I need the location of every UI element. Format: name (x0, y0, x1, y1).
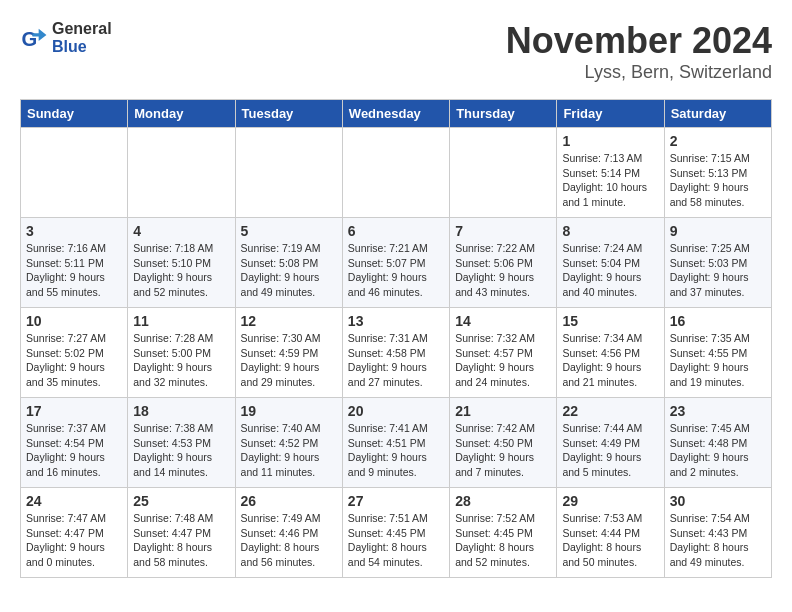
day-info: Sunrise: 7:13 AMSunset: 5:14 PMDaylight:… (562, 151, 658, 210)
calendar-header: SundayMondayTuesdayWednesdayThursdayFrid… (21, 100, 772, 128)
day-info: Sunrise: 7:51 AMSunset: 4:45 PMDaylight:… (348, 511, 444, 570)
calendar-day-cell (21, 128, 128, 218)
calendar-day-cell: 28Sunrise: 7:52 AMSunset: 4:45 PMDayligh… (450, 488, 557, 578)
calendar-day-cell: 30Sunrise: 7:54 AMSunset: 4:43 PMDayligh… (664, 488, 771, 578)
calendar-day-cell: 26Sunrise: 7:49 AMSunset: 4:46 PMDayligh… (235, 488, 342, 578)
day-info: Sunrise: 7:18 AMSunset: 5:10 PMDaylight:… (133, 241, 229, 300)
day-info: Sunrise: 7:27 AMSunset: 5:02 PMDaylight:… (26, 331, 122, 390)
day-info: Sunrise: 7:40 AMSunset: 4:52 PMDaylight:… (241, 421, 337, 480)
calendar-day-cell: 12Sunrise: 7:30 AMSunset: 4:59 PMDayligh… (235, 308, 342, 398)
weekday-header: Saturday (664, 100, 771, 128)
day-number: 5 (241, 223, 337, 239)
day-number: 15 (562, 313, 658, 329)
calendar-day-cell: 13Sunrise: 7:31 AMSunset: 4:58 PMDayligh… (342, 308, 449, 398)
calendar-day-cell: 24Sunrise: 7:47 AMSunset: 4:47 PMDayligh… (21, 488, 128, 578)
day-info: Sunrise: 7:42 AMSunset: 4:50 PMDaylight:… (455, 421, 551, 480)
calendar-body: 1Sunrise: 7:13 AMSunset: 5:14 PMDaylight… (21, 128, 772, 578)
title-block: November 2024 Lyss, Bern, Switzerland (506, 20, 772, 83)
day-info: Sunrise: 7:25 AMSunset: 5:03 PMDaylight:… (670, 241, 766, 300)
calendar-day-cell: 19Sunrise: 7:40 AMSunset: 4:52 PMDayligh… (235, 398, 342, 488)
day-info: Sunrise: 7:38 AMSunset: 4:53 PMDaylight:… (133, 421, 229, 480)
header-row: SundayMondayTuesdayWednesdayThursdayFrid… (21, 100, 772, 128)
day-number: 19 (241, 403, 337, 419)
calendar-week-row: 17Sunrise: 7:37 AMSunset: 4:54 PMDayligh… (21, 398, 772, 488)
day-info: Sunrise: 7:34 AMSunset: 4:56 PMDaylight:… (562, 331, 658, 390)
day-number: 1 (562, 133, 658, 149)
day-info: Sunrise: 7:35 AMSunset: 4:55 PMDaylight:… (670, 331, 766, 390)
day-number: 11 (133, 313, 229, 329)
calendar-day-cell: 27Sunrise: 7:51 AMSunset: 4:45 PMDayligh… (342, 488, 449, 578)
calendar-day-cell: 7Sunrise: 7:22 AMSunset: 5:06 PMDaylight… (450, 218, 557, 308)
calendar-week-row: 3Sunrise: 7:16 AMSunset: 5:11 PMDaylight… (21, 218, 772, 308)
calendar-day-cell (235, 128, 342, 218)
day-info: Sunrise: 7:37 AMSunset: 4:54 PMDaylight:… (26, 421, 122, 480)
day-number: 30 (670, 493, 766, 509)
day-number: 4 (133, 223, 229, 239)
day-number: 20 (348, 403, 444, 419)
day-number: 23 (670, 403, 766, 419)
day-number: 8 (562, 223, 658, 239)
day-info: Sunrise: 7:15 AMSunset: 5:13 PMDaylight:… (670, 151, 766, 210)
day-number: 24 (26, 493, 122, 509)
weekday-header: Sunday (21, 100, 128, 128)
day-info: Sunrise: 7:16 AMSunset: 5:11 PMDaylight:… (26, 241, 122, 300)
calendar-day-cell: 17Sunrise: 7:37 AMSunset: 4:54 PMDayligh… (21, 398, 128, 488)
calendar-day-cell: 2Sunrise: 7:15 AMSunset: 5:13 PMDaylight… (664, 128, 771, 218)
day-info: Sunrise: 7:54 AMSunset: 4:43 PMDaylight:… (670, 511, 766, 570)
calendar-day-cell: 14Sunrise: 7:32 AMSunset: 4:57 PMDayligh… (450, 308, 557, 398)
day-info: Sunrise: 7:22 AMSunset: 5:06 PMDaylight:… (455, 241, 551, 300)
day-number: 22 (562, 403, 658, 419)
logo-text: General Blue (52, 20, 112, 56)
calendar-day-cell: 20Sunrise: 7:41 AMSunset: 4:51 PMDayligh… (342, 398, 449, 488)
day-info: Sunrise: 7:19 AMSunset: 5:08 PMDaylight:… (241, 241, 337, 300)
day-number: 6 (348, 223, 444, 239)
day-number: 3 (26, 223, 122, 239)
location-title: Lyss, Bern, Switzerland (506, 62, 772, 83)
day-info: Sunrise: 7:45 AMSunset: 4:48 PMDaylight:… (670, 421, 766, 480)
calendar-day-cell: 9Sunrise: 7:25 AMSunset: 5:03 PMDaylight… (664, 218, 771, 308)
day-number: 25 (133, 493, 229, 509)
logo: G General Blue (20, 20, 112, 56)
calendar-week-row: 24Sunrise: 7:47 AMSunset: 4:47 PMDayligh… (21, 488, 772, 578)
calendar-day-cell: 25Sunrise: 7:48 AMSunset: 4:47 PMDayligh… (128, 488, 235, 578)
calendar-day-cell: 1Sunrise: 7:13 AMSunset: 5:14 PMDaylight… (557, 128, 664, 218)
day-info: Sunrise: 7:47 AMSunset: 4:47 PMDaylight:… (26, 511, 122, 570)
calendar-day-cell: 23Sunrise: 7:45 AMSunset: 4:48 PMDayligh… (664, 398, 771, 488)
day-number: 26 (241, 493, 337, 509)
day-number: 10 (26, 313, 122, 329)
day-info: Sunrise: 7:48 AMSunset: 4:47 PMDaylight:… (133, 511, 229, 570)
month-title: November 2024 (506, 20, 772, 62)
day-number: 13 (348, 313, 444, 329)
day-info: Sunrise: 7:32 AMSunset: 4:57 PMDaylight:… (455, 331, 551, 390)
day-number: 12 (241, 313, 337, 329)
day-info: Sunrise: 7:53 AMSunset: 4:44 PMDaylight:… (562, 511, 658, 570)
weekday-header: Wednesday (342, 100, 449, 128)
day-info: Sunrise: 7:28 AMSunset: 5:00 PMDaylight:… (133, 331, 229, 390)
weekday-header: Thursday (450, 100, 557, 128)
calendar-day-cell: 16Sunrise: 7:35 AMSunset: 4:55 PMDayligh… (664, 308, 771, 398)
calendar-day-cell (450, 128, 557, 218)
day-info: Sunrise: 7:44 AMSunset: 4:49 PMDaylight:… (562, 421, 658, 480)
day-info: Sunrise: 7:52 AMSunset: 4:45 PMDaylight:… (455, 511, 551, 570)
calendar-week-row: 10Sunrise: 7:27 AMSunset: 5:02 PMDayligh… (21, 308, 772, 398)
calendar-day-cell: 18Sunrise: 7:38 AMSunset: 4:53 PMDayligh… (128, 398, 235, 488)
calendar-day-cell: 15Sunrise: 7:34 AMSunset: 4:56 PMDayligh… (557, 308, 664, 398)
calendar-day-cell: 5Sunrise: 7:19 AMSunset: 5:08 PMDaylight… (235, 218, 342, 308)
day-info: Sunrise: 7:21 AMSunset: 5:07 PMDaylight:… (348, 241, 444, 300)
calendar-week-row: 1Sunrise: 7:13 AMSunset: 5:14 PMDaylight… (21, 128, 772, 218)
weekday-header: Friday (557, 100, 664, 128)
logo-icon: G (20, 24, 48, 52)
calendar-day-cell (342, 128, 449, 218)
calendar-day-cell: 21Sunrise: 7:42 AMSunset: 4:50 PMDayligh… (450, 398, 557, 488)
day-number: 16 (670, 313, 766, 329)
day-number: 7 (455, 223, 551, 239)
day-number: 27 (348, 493, 444, 509)
calendar-day-cell (128, 128, 235, 218)
calendar-day-cell: 22Sunrise: 7:44 AMSunset: 4:49 PMDayligh… (557, 398, 664, 488)
day-number: 14 (455, 313, 551, 329)
day-number: 29 (562, 493, 658, 509)
header: G General Blue November 2024 Lyss, Bern,… (20, 20, 772, 83)
calendar-day-cell: 8Sunrise: 7:24 AMSunset: 5:04 PMDaylight… (557, 218, 664, 308)
day-info: Sunrise: 7:30 AMSunset: 4:59 PMDaylight:… (241, 331, 337, 390)
calendar-table: SundayMondayTuesdayWednesdayThursdayFrid… (20, 99, 772, 578)
